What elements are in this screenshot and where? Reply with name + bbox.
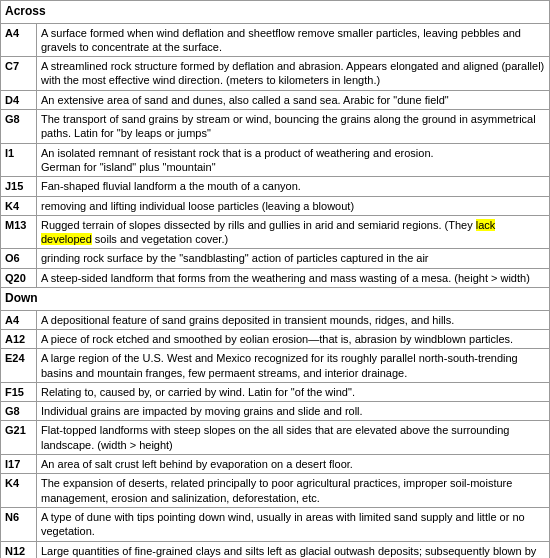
table-row: I1An isolated remnant of resistant rock …: [1, 143, 550, 177]
clue-text: An area of salt crust left behind by eva…: [37, 455, 550, 474]
clue-id: A12: [1, 329, 37, 348]
table-row: F15Relating to, caused by, or carried by…: [1, 382, 550, 401]
clue-id: M13: [1, 215, 37, 249]
clue-text: Large quantities of fine-grained clays a…: [37, 541, 550, 558]
clue-id: I1: [1, 143, 37, 177]
clue-text: A piece of rock etched and smoothed by e…: [37, 329, 550, 348]
section-header: Across: [1, 1, 550, 24]
clue-text: A large region of the U.S. West and Mexi…: [37, 349, 550, 383]
clue-text: Individual grains are impacted by moving…: [37, 402, 550, 421]
clue-text: A surface formed when wind deflation and…: [37, 23, 550, 57]
table-row: D4An extensive area of sand and dunes, a…: [1, 90, 550, 109]
clue-id: G8: [1, 402, 37, 421]
clue-text: Flat-topped landforms with steep slopes …: [37, 421, 550, 455]
clue-text: A depositional feature of sand grains de…: [37, 310, 550, 329]
section-header: Down: [1, 288, 550, 311]
table-row: Q20A steep-sided landform that forms fro…: [1, 268, 550, 287]
table-row: J15Fan-shaped fluvial landform a the mou…: [1, 177, 550, 196]
clue-text: A streamlined rock structure formed by d…: [37, 57, 550, 91]
table-row: M13Rugged terrain of slopes dissected by…: [1, 215, 550, 249]
clue-id: F15: [1, 382, 37, 401]
table-row: I17An area of salt crust left behind by …: [1, 455, 550, 474]
table-row: A12A piece of rock etched and smoothed b…: [1, 329, 550, 348]
table-row: N6A type of dune with tips pointing down…: [1, 507, 550, 541]
clue-text: Relating to, caused by, or carried by wi…: [37, 382, 550, 401]
clue-text: An isolated remnant of resistant rock th…: [37, 143, 550, 177]
clue-id: O6: [1, 249, 37, 268]
clue-id: J15: [1, 177, 37, 196]
clue-text: removing and lifting individual loose pa…: [37, 196, 550, 215]
table-row: A4A surface formed when wind deflation a…: [1, 23, 550, 57]
clue-id: D4: [1, 90, 37, 109]
clue-id: E24: [1, 349, 37, 383]
clue-id: K4: [1, 196, 37, 215]
table-row: G8The transport of sand grains by stream…: [1, 110, 550, 144]
clue-id: N6: [1, 507, 37, 541]
clue-id: I17: [1, 455, 37, 474]
table-row: O6grinding rock surface by the "sandblas…: [1, 249, 550, 268]
clue-text: Rugged terrain of slopes dissected by ri…: [37, 215, 550, 249]
clue-id: A4: [1, 310, 37, 329]
clue-text: An extensive area of sand and dunes, als…: [37, 90, 550, 109]
clue-id: K4: [1, 474, 37, 508]
table-row: N12Large quantities of fine-grained clay…: [1, 541, 550, 558]
clue-text: The transport of sand grains by stream o…: [37, 110, 550, 144]
clue-id: C7: [1, 57, 37, 91]
table-row: K4The expansion of deserts, related prin…: [1, 474, 550, 508]
clue-id: N12: [1, 541, 37, 558]
table-row: G21Flat-topped landforms with steep slop…: [1, 421, 550, 455]
clue-text: Fan-shaped fluvial landform a the mouth …: [37, 177, 550, 196]
table-row: G8Individual grains are impacted by movi…: [1, 402, 550, 421]
clue-id: A4: [1, 23, 37, 57]
table-row: K4removing and lifting individual loose …: [1, 196, 550, 215]
clue-id: Q20: [1, 268, 37, 287]
table-row: A4A depositional feature of sand grains …: [1, 310, 550, 329]
clue-text: The expansion of deserts, related princi…: [37, 474, 550, 508]
clue-id: G21: [1, 421, 37, 455]
table-row: E24A large region of the U.S. West and M…: [1, 349, 550, 383]
clue-text: grinding rock surface by the "sandblasti…: [37, 249, 550, 268]
clue-text: A steep-sided landform that forms from t…: [37, 268, 550, 287]
crossword-clues-table: AcrossA4A surface formed when wind defla…: [0, 0, 550, 558]
clue-id: G8: [1, 110, 37, 144]
clue-text: A type of dune with tips pointing down w…: [37, 507, 550, 541]
highlighted-phrase: lack developed: [41, 219, 495, 245]
table-row: C7A streamlined rock structure formed by…: [1, 57, 550, 91]
